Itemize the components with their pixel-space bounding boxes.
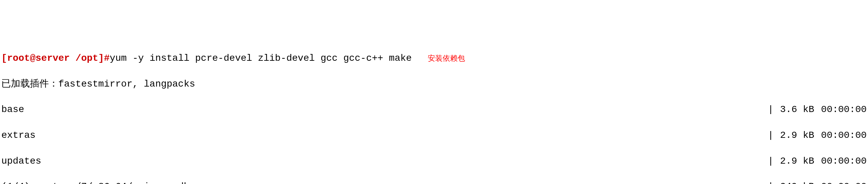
repo-name: base [1, 103, 24, 116]
pipe-separator: | [768, 180, 774, 184]
pipe-separator: | [768, 155, 774, 168]
plugins-line: 已加载插件：fastestmirror, langpacks [1, 78, 867, 91]
pipe-separator: | [768, 103, 774, 116]
annotation-label: 安装依赖包 [428, 54, 465, 62]
repo-row: extras|2.9 kB00:00:00 [1, 129, 867, 142]
repo-size: 2.9 kB [774, 155, 814, 168]
repo-name: extras [1, 129, 36, 142]
repo-time: 00:00:00 [821, 180, 867, 184]
repo-size: 3.6 kB [774, 103, 814, 116]
repo-size: 249 kB [774, 180, 814, 184]
repo-row: updates|2.9 kB00:00:00 [1, 155, 867, 168]
repo-time: 00:00:00 [821, 129, 867, 142]
repo-time: 00:00:00 [821, 155, 867, 168]
repo-time: 00:00:00 [821, 103, 867, 116]
command-line[interactable]: [root@server /opt]#yum -y install pcre-d… [1, 52, 867, 65]
repo-row: base|3.6 kB00:00:00 [1, 103, 867, 116]
repo-size: 2.9 kB [774, 129, 814, 142]
repo-row: (1/4): extras/7/x86_64/primary_db|249 kB… [1, 180, 867, 184]
repo-name: updates [1, 155, 41, 168]
pipe-separator: | [768, 129, 774, 142]
shell-prompt: [root@server /opt]# [1, 53, 110, 63]
command-text: yum -y install pcre-devel zlib-devel gcc… [110, 53, 417, 63]
repo-name: (1/4): extras/7/x86_64/primary_db [1, 180, 190, 184]
